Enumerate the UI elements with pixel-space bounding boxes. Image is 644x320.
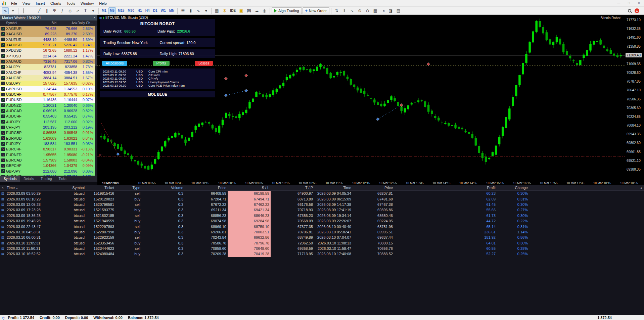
arrow-objects-icon[interactable]: ↗ [74, 7, 81, 14]
market-watch-row[interactable]: ↗AUDNZD1.200211.200400.66% [0, 103, 95, 108]
market-watch-row[interactable]: ↘USDJPY157.625157.635-0.02% [0, 81, 95, 86]
trade-marker-icon[interactable] [245, 89, 248, 92]
timeframe-w1[interactable]: W1 [159, 7, 167, 14]
screenshot-icon[interactable]: ▤ [395, 7, 402, 14]
history-column-6[interactable]: S / L [228, 186, 271, 190]
market-watch-row[interactable]: ↗XAUCHF4053.944054.381.55% [0, 70, 95, 75]
market-watch-row[interactable]: ↘EURAUD1.630091.63021-0.84% [0, 136, 95, 141]
scrollbar-thumb[interactable] [95, 26, 97, 66]
price-axis[interactable]: 71773.1071632.3571491.6071350.8571209.40… [625, 15, 644, 180]
market-watch-row[interactable]: ↗XAUEUR4488.194488.591.69% [0, 37, 95, 42]
market-watch-row[interactable]: ↘EURCAD1.579891.58003-0.04% [0, 157, 95, 163]
signal-counter-label[interactable]: (0) [245, 7, 252, 14]
lock-icon[interactable]: ▣ [238, 7, 245, 14]
market-watch-row[interactable]: ↘USDCHF0.775670.77578-0.17% [0, 92, 95, 97]
market-watch-row[interactable]: ↗GBPUSD1.345441.345530.10% [0, 86, 95, 92]
tab-symbols[interactable]: Symbols [0, 176, 20, 182]
market-watch-row[interactable]: ↗AUDJPY112.587112.6000.92% [0, 119, 95, 125]
crosshair-icon[interactable]: + [9, 7, 16, 14]
history-row[interactable]: ▤2026.03.09 03:50:29btcusd1519815416sell… [0, 191, 644, 196]
history-column-11[interactable]: Change [497, 186, 529, 190]
market-watch-row[interactable]: ↗XAGUSD89.22389.2702.59% [0, 31, 95, 37]
history-row[interactable]: ▤2026.03.09 17:23:28btcusd1521593775buy0… [0, 207, 644, 213]
market-watch-row[interactable]: ↗XAUUSD5226.215226.421.74% [0, 42, 95, 48]
market-watch-row[interactable]: ↗EURUSD1.164361.164440.07% [0, 97, 95, 102]
history-column-8[interactable]: Time [314, 186, 353, 190]
history-column-4[interactable]: Volume [142, 186, 185, 190]
algo-trading-button[interactable]: Algo Trading [272, 7, 302, 14]
market-watch-row[interactable]: ↗XAGEUR76.62576.6662.53% [0, 26, 95, 31]
trade-marker-icon[interactable] [400, 103, 403, 106]
history-row[interactable]: ▤2026.03.09 12:05:28btcusd1520796581sell… [0, 202, 644, 207]
market-watch-row[interactable]: ↗AUDCAD0.969150.969280.82% [0, 108, 95, 113]
new-order-button[interactable]: +New Order [303, 7, 329, 14]
market-watch-row[interactable]: ↘GBPCHF1.043661.04379-0.09% [0, 163, 95, 168]
timeframe-h1[interactable]: H1 [136, 7, 143, 14]
trade-marker-icon[interactable] [427, 62, 430, 65]
timeframe-h4[interactable]: H4 [144, 7, 151, 14]
menu-view[interactable]: View [20, 0, 33, 6]
line-chart-icon[interactable]: ∿ [195, 7, 202, 14]
timeframe-d1[interactable]: D1 [152, 7, 159, 14]
menu-charts[interactable]: Charts [48, 0, 64, 6]
minimize-icon[interactable]: — [614, 0, 624, 6]
history-row[interactable]: ▤2026.03.09 22:43:47btcusd1522297893sell… [0, 224, 644, 229]
history-row[interactable]: ▤2026.03.09 19:45:28btcusd1521940559buy0… [0, 218, 644, 224]
profiles-icon[interactable]: $ [221, 7, 228, 14]
mw-column-2[interactable]: Ask [56, 21, 77, 25]
equidistant-channel-icon[interactable]: ∥ [43, 7, 50, 14]
scroll-up-icon[interactable]: ▲ [639, 186, 644, 189]
tick-chart-icon[interactable]: ∿ [349, 7, 356, 14]
history-row[interactable]: ▤2026.03.10 11:50:31btcusd1523444623sell… [0, 246, 644, 251]
market-watch-row[interactable]: ↗CHFJPY203.195203.2120.19% [0, 125, 95, 130]
vertical-line-icon[interactable]: │ [20, 7, 27, 14]
zoom-out-icon[interactable]: ⊖ [364, 7, 371, 14]
history-column-2[interactable]: Ticket [86, 186, 116, 190]
cloud-icon[interactable]: ☁ [253, 7, 260, 14]
timeframe-m15[interactable]: M15 [117, 7, 126, 14]
menu-insert[interactable]: Insert [33, 0, 48, 6]
andrews-pitchfork-icon[interactable]: Ψ [51, 7, 58, 14]
close-icon[interactable]: × [634, 0, 644, 6]
history-column-0[interactable]: Time▲ [5, 186, 44, 190]
mw-column-0[interactable]: Symbol [6, 21, 34, 25]
timeframe-m30[interactable]: M30 [126, 7, 135, 14]
timeframe-mn[interactable]: MN [168, 7, 176, 14]
time-axis[interactable]: 10 Mar 202610 Mar 06:5510 Mar 07:3510 Ma… [97, 180, 644, 185]
market-watch-row[interactable]: ↗GBPJPY212.080212.0960.08% [0, 169, 95, 174]
pause-icon[interactable]: ‖ [341, 7, 348, 14]
tab-ticks[interactable]: Ticks [55, 176, 70, 182]
bar-chart-icon[interactable]: ☰ [179, 7, 186, 14]
trendline-icon[interactable]: ╱ [36, 7, 43, 14]
market-watch-scrollbar[interactable] [95, 26, 97, 176]
market-watch-row[interactable]: ↗XAUAUD7316.457317.060.82% [0, 59, 95, 64]
horizontal-line-icon[interactable]: ─ [28, 7, 35, 14]
auto-scroll-icon[interactable]: ◨ [387, 7, 394, 14]
losses-button[interactable]: Losses [195, 61, 213, 66]
market-watch-row[interactable]: ↗XPTUSD2214.342221.241.47% [0, 53, 95, 59]
history-row[interactable]: ▤2026.03.10 16:52:52btcusd1524080484buy0… [0, 251, 644, 257]
market-watch-row[interactable]: ↗AUDCHF0.554030.554150.74% [0, 113, 95, 119]
maximize-icon[interactable]: □ [624, 0, 634, 6]
history-row[interactable]: ▤2026.03.10 11:05:31btcusd1523353456buy0… [0, 240, 644, 246]
mw-column-3[interactable]: Daily Ch... [77, 21, 94, 25]
pointer-icon[interactable]: ⇖ [2, 7, 9, 14]
history-column-3[interactable]: Type [116, 186, 142, 190]
history-row[interactable]: ▤2026.03.10 06:00:31btcusd1522923159sell… [0, 235, 644, 240]
menu-window[interactable]: Window [78, 0, 96, 6]
history-column-5[interactable]: Price [185, 186, 228, 190]
timeframe-m5[interactable]: M5 [108, 7, 116, 14]
tab-trading[interactable]: Trading [37, 176, 55, 182]
market-watch-row[interactable]: ↘XPDUSD1672.651680.12-1.17% [0, 48, 95, 53]
market-watch-row[interactable]: ↗EURJPY183.534183.5510.05% [0, 141, 95, 146]
history-row[interactable]: ▤2026.03.09 06:10:29btcusd1520120823buy0… [0, 196, 644, 201]
objects-dropdown-icon[interactable]: ▾ [90, 7, 97, 14]
grid-icon[interactable]: ▦ [372, 7, 379, 14]
menu-help[interactable]: Help [96, 0, 109, 6]
market-watch-row[interactable]: ↗XAUJPY8237818238581.73% [0, 64, 95, 70]
market-watch-row[interactable]: ↘EURCHF0.903170.90331-0.13% [0, 146, 95, 152]
fibonacci-icon[interactable]: ƒ [59, 7, 66, 14]
history-column-10[interactable]: Profit [394, 186, 497, 190]
trade-marker-icon[interactable] [245, 74, 248, 77]
shapes-icon[interactable]: ◇ [66, 7, 74, 14]
